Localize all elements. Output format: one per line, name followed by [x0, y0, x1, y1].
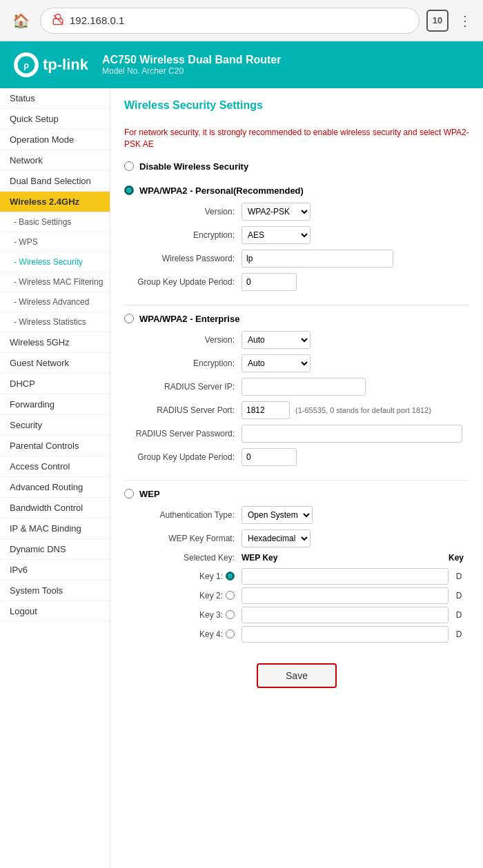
ent-group-key-label: Group Key Update Period: [124, 452, 241, 462]
ent-group-key-row: Group Key Update Period: [124, 448, 469, 466]
version-row: Version: WPA2-PSK WPA-PSK Auto [124, 203, 469, 221]
sidebar-item-dhcp[interactable]: DHCP [0, 374, 110, 394]
router-info: AC750 Wireless Dual Band Router Model No… [102, 54, 281, 76]
radius-port-input[interactable] [241, 401, 290, 419]
sidebar-item-wireless-advanced[interactable]: - Wireless Advanced [0, 292, 110, 312]
encryption-select[interactable]: AES TKIP Auto [241, 226, 310, 244]
sidebar-item-operation-mode[interactable]: Operation Mode [0, 130, 110, 150]
key3-label: Key 3: [124, 610, 241, 620]
sidebar-item-wireless-24[interactable]: Wireless 2.4GHz [0, 192, 110, 212]
logo-icon: ρ [14, 52, 39, 77]
ent-version-select[interactable]: Auto WPA2 WPA [241, 331, 310, 349]
disable-radio-label[interactable]: Disable Wireless Security [124, 161, 469, 172]
ent-group-key-input[interactable] [241, 448, 297, 466]
key2-input[interactable] [241, 587, 448, 604]
sidebar-item-system-tools[interactable]: System Tools [0, 581, 110, 601]
sidebar-item-guest-network[interactable]: Guest Network [0, 353, 110, 374]
sidebar-item-advanced-routing[interactable]: Advanced Routing [0, 477, 110, 498]
save-button[interactable]: Save [257, 663, 337, 688]
group-key-label: Group Key Update Period: [124, 277, 241, 287]
wpa-personal-radio[interactable] [124, 185, 134, 195]
sidebar-item-wireless-stats[interactable]: - Wireless Statistics [0, 312, 110, 332]
sidebar-item-bandwidth-control[interactable]: Bandwidth Control [0, 498, 110, 518]
router-model-number: Model No. Archer C20 [102, 66, 281, 76]
brand-name: tp-link [43, 56, 88, 74]
wpa-personal-label-text: WPA/WPA2 - Personal(Recommended) [139, 185, 304, 196]
wep-radio[interactable] [124, 489, 134, 498]
sidebar-item-mac-filtering[interactable]: - Wireless MAC Filtering [0, 272, 110, 292]
auth-type-select[interactable]: Open System Shared Key Auto [241, 506, 313, 524]
group-key-input[interactable] [241, 273, 297, 291]
key2-type: D [448, 591, 469, 600]
password-input[interactable] [241, 250, 393, 268]
sidebar-item-status[interactable]: Status [0, 88, 110, 109]
sidebar-item-logout[interactable]: Logout [0, 601, 110, 622]
sidebar-item-basic-settings[interactable]: - Basic Settings [0, 212, 110, 232]
key1-input[interactable] [241, 568, 448, 585]
wep-radio-label[interactable]: WEP [124, 489, 469, 499]
sidebar-item-dynamic-dns[interactable]: Dynamic DNS [0, 539, 110, 560]
radius-port-label: RADIUS Server Port: [124, 405, 241, 415]
sidebar-item-parental-controls[interactable]: Parental Controls [0, 436, 110, 456]
key-format-select[interactable]: Hexadecimal ASCII [241, 529, 310, 547]
router-model-name: AC750 Wireless Dual Band Router [102, 54, 281, 66]
password-row: Wireless Password: [124, 250, 469, 268]
radius-ip-row: RADIUS Server IP: [124, 378, 469, 396]
wpa-personal-section: WPA/WPA2 - Personal(Recommended) Version… [124, 185, 469, 291]
key3-radio[interactable] [226, 610, 235, 619]
key-format-row: WEP Key Format: Hexadecimal ASCII [124, 529, 469, 547]
radius-password-input[interactable] [241, 425, 462, 443]
wpa-enterprise-radio[interactable] [124, 314, 134, 323]
key4-input[interactable] [241, 626, 448, 643]
sidebar-item-access-control[interactable]: Access Control [0, 456, 110, 477]
browser-chrome: 🏠 192.168.0.1 10 ⋮ [0, 0, 483, 41]
ent-encryption-label: Encryption: [124, 359, 241, 368]
radius-password-label: RADIUS Server Password: [124, 429, 241, 438]
svg-text:ρ: ρ [23, 61, 29, 70]
key4-row: Key 4: D [124, 626, 469, 643]
sidebar-item-ip-mac-binding[interactable]: IP & MAC Binding [0, 518, 110, 539]
auth-type-row: Authentication Type: Open System Shared … [124, 506, 469, 524]
key1-type: D [448, 572, 469, 581]
sidebar-item-network[interactable]: Network [0, 150, 110, 171]
wpa-personal-radio-label[interactable]: WPA/WPA2 - Personal(Recommended) [124, 185, 469, 196]
group-key-row: Group Key Update Period: [124, 273, 469, 291]
save-section: Save [124, 656, 469, 695]
key4-radio[interactable] [226, 629, 235, 638]
key2-label: Key 2: [124, 591, 241, 600]
sidebar-item-wireless-5g[interactable]: Wireless 5GHz [0, 332, 110, 353]
wep-label-text: WEP [139, 489, 160, 499]
ent-encryption-select[interactable]: Auto AES TKIP [241, 354, 310, 372]
browser-menu[interactable]: ⋮ [455, 12, 475, 29]
key3-input[interactable] [241, 607, 448, 623]
address-bar[interactable]: 192.168.0.1 [40, 8, 420, 34]
wpa-enterprise-label-text: WPA/WPA2 - Enterprise [139, 314, 239, 324]
wpa-enterprise-section: WPA/WPA2 - Enterprise Version: Auto WPA2… [124, 314, 469, 466]
sidebar-item-wps[interactable]: - WPS [0, 232, 110, 252]
disable-radio[interactable] [124, 161, 134, 171]
sidebar-item-wireless-security[interactable]: - Wireless Security [0, 252, 110, 272]
ent-version-row: Version: Auto WPA2 WPA [124, 331, 469, 349]
home-button[interactable]: 🏠 [8, 8, 33, 33]
security-icon [52, 13, 64, 28]
router-header: ρ tp-link AC750 Wireless Dual Band Route… [0, 41, 483, 88]
sidebar-item-security[interactable]: Security [0, 415, 110, 436]
version-select[interactable]: WPA2-PSK WPA-PSK Auto [241, 203, 310, 221]
sidebar-item-quick-setup[interactable]: Quick Setup [0, 109, 110, 130]
key2-radio[interactable] [226, 591, 235, 600]
selected-key-label: Selected Key: [124, 553, 241, 563]
radius-ip-input[interactable] [241, 378, 366, 396]
disable-section: Disable Wireless Security [124, 161, 469, 172]
tab-count[interactable]: 10 [426, 10, 448, 32]
key1-label: Key 1: [124, 572, 241, 581]
wpa-enterprise-radio-label[interactable]: WPA/WPA2 - Enterprise [124, 314, 469, 324]
sidebar-item-ipv6[interactable]: IPv6 [0, 560, 110, 581]
url-text: 192.168.0.1 [70, 14, 124, 26]
sidebar-item-dual-band[interactable]: Dual Band Selection [0, 171, 110, 192]
key4-label: Key 4: [124, 629, 241, 639]
key1-row: Key 1: D [124, 568, 469, 585]
key1-radio[interactable] [226, 572, 235, 581]
disable-label-text: Disable Wireless Security [139, 161, 248, 172]
sidebar-item-forwarding[interactable]: Forwarding [0, 394, 110, 415]
main-content: Wireless Security Settings For network s… [110, 88, 483, 868]
